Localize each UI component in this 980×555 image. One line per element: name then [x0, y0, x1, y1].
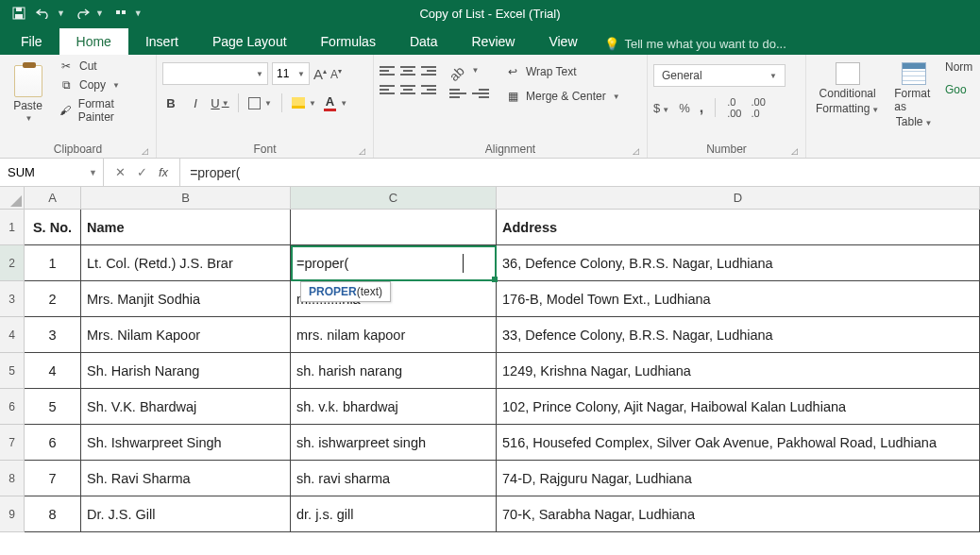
row-header-9[interactable]: 9 — [0, 496, 25, 532]
copy-dropdown-icon[interactable]: ▼ — [112, 81, 120, 90]
borders-button[interactable]: ▼ — [248, 97, 272, 109]
increase-decimal-icon[interactable]: .0.00 — [727, 96, 741, 119]
copy-button[interactable]: ⧉Copy▼ — [56, 77, 150, 92]
cell-a2[interactable]: 1 — [25, 245, 81, 281]
tell-me-search[interactable]: 💡 Tell me what you want to do... — [604, 37, 786, 55]
redo-dropdown-icon[interactable]: ▼ — [95, 8, 104, 18]
align-top-icon[interactable] — [380, 66, 395, 77]
clipboard-launcher-icon[interactable]: ◿ — [142, 146, 148, 156]
underline-button[interactable]: U▼ — [211, 92, 228, 113]
enter-formula-icon[interactable]: ✓ — [137, 165, 147, 179]
column-header-d[interactable]: D — [497, 187, 980, 210]
column-header-c[interactable]: C — [291, 187, 497, 210]
cell-c1[interactable] — [291, 210, 497, 245]
cell-d6[interactable]: 102, Prince Colony, Ajit Nagar, Haibowal… — [497, 389, 980, 425]
accounting-format-icon[interactable]: $▼ — [653, 101, 669, 115]
qat-customize-icon[interactable]: ▼ — [134, 8, 143, 18]
cell-a7[interactable]: 6 — [25, 425, 81, 461]
format-as-table-button[interactable]: Format as Table▼ — [890, 62, 938, 128]
comma-format-icon[interactable]: , — [700, 99, 703, 116]
cell-b5[interactable]: Sh. Harish Narang — [81, 353, 291, 389]
decrease-indent-icon[interactable] — [449, 89, 466, 98]
cell-d8[interactable]: 74-D, Rajguru Nagar, Ludhiana — [497, 461, 980, 496]
style-good[interactable]: Goo — [945, 83, 977, 96]
align-center-icon[interactable] — [400, 85, 415, 96]
cell-b9[interactable]: Dr. J.S. Gill — [81, 496, 291, 532]
cell-a8[interactable]: 7 — [25, 461, 81, 496]
cell-styles-gallery[interactable]: Norm Goo — [943, 55, 979, 158]
cell-d1[interactable]: Address — [497, 210, 980, 245]
column-header-a[interactable]: A — [25, 187, 81, 210]
cell-d3[interactable]: 176-B, Model Town Ext., Ludhiana — [497, 281, 980, 317]
cell-a1[interactable]: S. No. — [25, 210, 81, 245]
orientation-icon[interactable]: ab — [447, 63, 467, 84]
cell-a3[interactable]: 2 — [25, 281, 81, 317]
paste-dropdown-icon[interactable]: ▼ — [25, 114, 33, 123]
redo-icon[interactable] — [75, 6, 90, 21]
cell-c6[interactable]: sh. v.k. bhardwaj — [291, 389, 497, 425]
cell-d7[interactable]: 516, Housefed Complex, Silver Oak Avenue… — [497, 425, 980, 461]
column-header-b[interactable]: B — [81, 187, 291, 210]
italic-button[interactable]: I — [187, 92, 204, 113]
undo-icon[interactable] — [36, 6, 51, 21]
row-header-6[interactable]: 6 — [0, 389, 25, 425]
percent-format-icon[interactable]: % — [679, 101, 690, 115]
align-bottom-icon[interactable] — [421, 66, 436, 77]
name-box-dropdown-icon[interactable]: ▼ — [89, 168, 97, 177]
save-icon[interactable] — [11, 6, 26, 21]
tab-data[interactable]: Data — [393, 28, 455, 55]
alignment-launcher-icon[interactable]: ◿ — [633, 146, 639, 156]
cell-c5[interactable]: sh. harish narang — [291, 353, 497, 389]
cell-b1[interactable]: Name — [81, 210, 291, 245]
tab-view[interactable]: View — [532, 28, 594, 55]
cell-d2[interactable]: 36, Defence Colony, B.R.S. Nagar, Ludhia… — [497, 245, 980, 281]
align-middle-icon[interactable] — [400, 66, 415, 77]
cell-c8[interactable]: sh. ravi sharma — [291, 461, 497, 496]
cell-b7[interactable]: Sh. Ishwarpreet Singh — [81, 425, 291, 461]
decrease-decimal-icon[interactable]: .00.0 — [751, 96, 765, 119]
align-right-icon[interactable] — [421, 85, 436, 96]
cell-a9[interactable]: 8 — [25, 496, 81, 532]
touch-mode-icon[interactable] — [113, 6, 128, 21]
cell-a6[interactable]: 5 — [25, 389, 81, 425]
row-header-5[interactable]: 5 — [0, 353, 25, 389]
style-normal[interactable]: Norm — [945, 60, 977, 74]
font-size-combo[interactable]: 11▼ — [272, 62, 310, 85]
font-launcher-icon[interactable]: ◿ — [359, 146, 365, 156]
bold-button[interactable]: B — [162, 92, 179, 113]
insert-function-icon[interactable]: fx — [159, 165, 168, 179]
cell-b4[interactable]: Mrs. Nilam Kapoor — [81, 317, 291, 353]
wrap-text-button[interactable]: ↩Wrap Text — [502, 64, 622, 79]
conditional-formatting-button[interactable]: Conditional Formatting▼ — [812, 62, 883, 128]
row-header-7[interactable]: 7 — [0, 425, 25, 461]
cell-b3[interactable]: Mrs. Manjit Sodhia — [81, 281, 291, 317]
row-header-2[interactable]: 2 — [0, 245, 25, 281]
format-painter-button[interactable]: 🖌Format Painter — [56, 96, 150, 125]
tab-review[interactable]: Review — [455, 28, 532, 55]
paste-button[interactable]: Paste ▼ — [6, 59, 50, 125]
cell-c4[interactable]: mrs. nilam kapoor — [291, 317, 497, 353]
font-name-combo[interactable]: ▼ — [162, 62, 268, 85]
cell-d5[interactable]: 1249, Krishna Nagar, Ludhiana — [497, 353, 980, 389]
row-header-8[interactable]: 8 — [0, 461, 25, 496]
row-header-1[interactable]: 1 — [0, 210, 25, 245]
tab-insert[interactable]: Insert — [128, 28, 195, 55]
font-color-button[interactable]: A▼ — [324, 94, 347, 111]
cell-c9[interactable]: dr. j.s. gill — [291, 496, 497, 532]
row-header-4[interactable]: 4 — [0, 317, 25, 353]
cell-a4[interactable]: 3 — [25, 317, 81, 353]
undo-dropdown-icon[interactable]: ▼ — [57, 8, 65, 18]
cell-b6[interactable]: Sh. V.K. Bhardwaj — [81, 389, 291, 425]
tab-home[interactable]: Home — [59, 28, 128, 55]
increase-font-icon[interactable]: A▴ — [313, 66, 327, 82]
cancel-formula-icon[interactable]: ✕ — [115, 165, 126, 179]
cell-d9[interactable]: 70-K, Sarabha Nagar, Ludhiana — [497, 496, 980, 532]
cell-b8[interactable]: Sh. Ravi Sharma — [81, 461, 291, 496]
cell-b2[interactable]: Lt. Col. (Retd.) J.S. Brar — [81, 245, 291, 281]
tab-page-layout[interactable]: Page Layout — [195, 28, 304, 55]
decrease-font-icon[interactable]: A▾ — [330, 67, 342, 81]
cell-d4[interactable]: 33, Defence Colony, B.R.S. Nagar, Ludhia… — [497, 317, 980, 353]
cut-button[interactable]: ✂Cut — [56, 59, 150, 74]
number-launcher-icon[interactable]: ◿ — [791, 146, 798, 156]
tab-file[interactable]: File — [4, 28, 59, 55]
